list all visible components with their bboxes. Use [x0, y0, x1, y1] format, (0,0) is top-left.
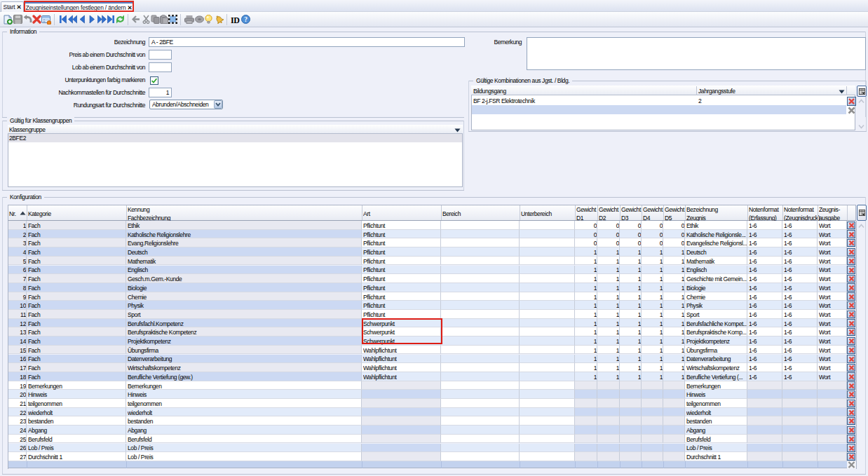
svg-text:?: ?: [244, 16, 247, 23]
